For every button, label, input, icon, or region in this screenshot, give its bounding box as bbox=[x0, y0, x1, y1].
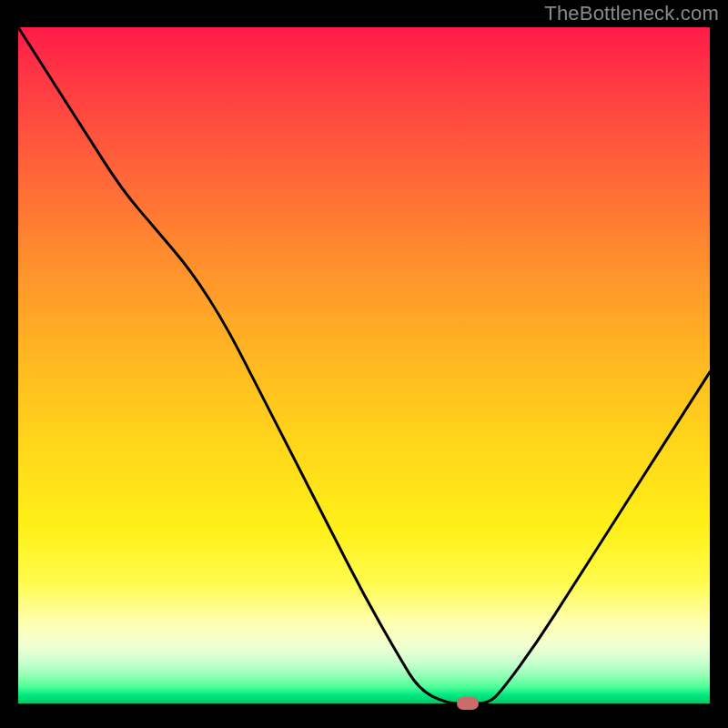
curve-svg bbox=[18, 27, 710, 714]
attribution-text: TheBottleneck.com bbox=[544, 2, 719, 25]
x-axis-line bbox=[18, 703, 710, 705]
plot-area bbox=[18, 27, 710, 714]
bottleneck-curve-path bbox=[18, 27, 710, 703]
chart-container: TheBottleneck.com bbox=[0, 0, 728, 728]
optimal-point-marker bbox=[457, 697, 479, 710]
